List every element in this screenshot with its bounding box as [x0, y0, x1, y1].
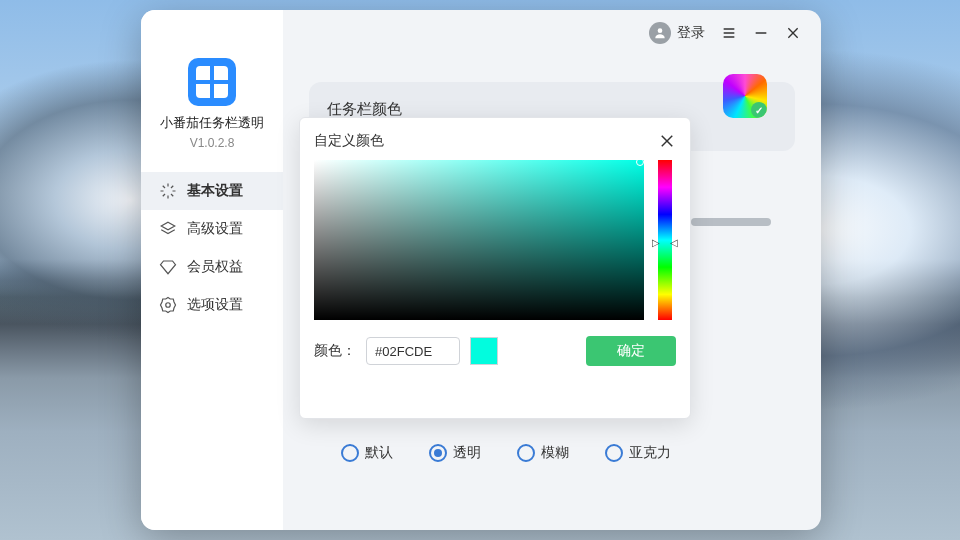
radio-label: 亚克力 [629, 444, 671, 462]
sidebar-item-basic[interactable]: 基本设置 [141, 172, 283, 210]
dialog-header: 自定义颜色 [314, 132, 676, 150]
radio-transparent[interactable]: 透明 [429, 444, 481, 462]
close-icon[interactable] [785, 25, 801, 41]
color-picker-dialog: 自定义颜色 ▷◁ 颜色： 确定 [299, 117, 691, 419]
sidebar: 小番茄任务栏透明 V1.0.2.8 基本设置 高级设置 会员权益 选项设置 [141, 10, 283, 530]
radio-label: 模糊 [541, 444, 569, 462]
svg-marker-16 [161, 261, 176, 274]
sidebar-item-label: 选项设置 [187, 296, 243, 314]
svg-point-0 [658, 28, 663, 33]
sidebar-item-label: 高级设置 [187, 220, 243, 238]
radio-icon [341, 444, 359, 462]
hex-input[interactable] [366, 337, 460, 365]
color-preview [470, 337, 498, 365]
radio-label: 透明 [453, 444, 481, 462]
dialog-title: 自定义颜色 [314, 132, 384, 150]
radio-icon [429, 444, 447, 462]
titlebar: 登录 [649, 10, 821, 56]
menu-icon[interactable] [721, 25, 737, 41]
radio-label: 默认 [365, 444, 393, 462]
sv-cursor [636, 158, 644, 166]
minimize-icon[interactable] [753, 25, 769, 41]
picker-body: ▷◁ [314, 160, 676, 320]
radio-acrylic[interactable]: 亚克力 [605, 444, 671, 462]
sidebar-item-advanced[interactable]: 高级设置 [141, 210, 283, 248]
hex-label: 颜色： [314, 342, 356, 360]
nav-list: 基本设置 高级设置 会员权益 选项设置 [141, 172, 283, 324]
dialog-close-icon[interactable] [658, 132, 676, 150]
avatar-icon [649, 22, 671, 44]
login-label: 登录 [677, 24, 705, 42]
app-logo [188, 58, 236, 106]
picker-footer: 颜色： 确定 [314, 336, 676, 366]
gear-icon [159, 296, 177, 314]
app-version: V1.0.2.8 [141, 136, 283, 150]
app-name: 小番茄任务栏透明 [141, 114, 283, 132]
svg-line-12 [171, 194, 173, 196]
confirm-button[interactable]: 确定 [586, 336, 676, 366]
layers-icon [159, 220, 177, 238]
diamond-icon [159, 258, 177, 276]
radio-icon [605, 444, 623, 462]
taskbar-mode-radios: 默认 透明 模糊 亚克力 [341, 444, 671, 462]
spark-icon [159, 182, 177, 200]
sidebar-item-label: 基本设置 [187, 182, 243, 200]
sidebar-item-options[interactable]: 选项设置 [141, 286, 283, 324]
svg-line-11 [163, 186, 165, 188]
slider-preview[interactable] [691, 218, 771, 226]
sidebar-item-label: 会员权益 [187, 258, 243, 276]
svg-marker-15 [161, 222, 175, 230]
app-window: 登录 小番茄任务栏透明 V1.0.2.8 基本设置 [141, 10, 821, 530]
radio-icon [517, 444, 535, 462]
svg-line-13 [171, 186, 173, 188]
login-button[interactable]: 登录 [649, 22, 705, 44]
desktop-wallpaper: 登录 小番茄任务栏透明 V1.0.2.8 基本设置 [0, 0, 960, 540]
svg-point-18 [166, 303, 171, 308]
saturation-value-panel[interactable] [314, 160, 644, 320]
svg-marker-17 [161, 298, 176, 313]
svg-line-14 [163, 194, 165, 196]
radio-blur[interactable]: 模糊 [517, 444, 569, 462]
color-swatch-selected[interactable]: ✓ [723, 74, 767, 118]
sidebar-item-vip[interactable]: 会员权益 [141, 248, 283, 286]
radio-default[interactable]: 默认 [341, 444, 393, 462]
hue-slider[interactable]: ▷◁ [658, 160, 672, 320]
hue-indicator: ▷◁ [652, 238, 678, 248]
